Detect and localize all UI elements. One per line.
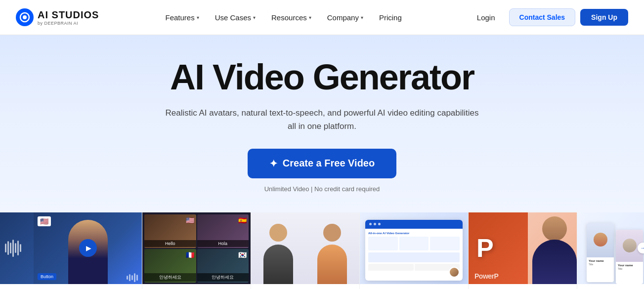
card-partial-left: ng n AIS [0,212,34,289]
tts-thumbnail: 🇺🇸 Button ▶ [34,212,142,284]
login-button[interactable]: Login [468,9,504,26]
nav-resources[interactable]: Resources ▾ [264,9,318,26]
screen-header [365,220,463,229]
chevron-down-icon: ▾ [361,15,363,20]
nav-links: Features ▾ Use Cases ▾ Resources ▾ Compa… [158,9,408,26]
dub-cell-1: 🇺🇸 Hello [144,214,196,248]
logo-icon [16,8,34,26]
screen-recorder-card-body: Screen Recorder creen Capture with You o… [360,284,468,289]
logo-sub-text: by DEEPBRAIN AI [38,21,99,26]
dubbing-card-body: AI Dubbing Translates AI Video into any … [142,284,251,289]
dub-cell-2: 🇪🇸 Hola [197,214,249,248]
partial-body: ng n AIS [0,284,34,289]
svg-point-1 [23,15,27,19]
custom-avatar-card-body: Custom Avatar Create a personal avatar i… [251,284,359,289]
create-free-video-button[interactable]: ✦ Create a Free Video [248,149,396,178]
chevron-down-icon: ▾ [197,15,199,20]
hero-note: Unlimited Video | No credit card require… [0,185,644,193]
nav-actions: Login Contact Sales Sign Up [468,8,628,26]
nav-pricing[interactable]: Pricing [372,9,409,26]
photo-avatar-thumbnail: Your name Title Your name Title → [577,212,644,284]
screen-mockup: All-in-one AI Video Generator [365,220,463,281]
dub-cell-3: 🇫🇷 안녕하세요 [144,249,196,283]
hero-title: AI Video Generator [0,59,644,96]
play-button-icon[interactable]: ▶ [79,239,97,257]
dub-cell-4: 🇰🇷 안녕하세요 [197,249,249,283]
photo-avatar-card-body: Photo Av... Turn a photo into a talking … [577,284,644,289]
card-photo-avatar[interactable]: Your name Title Your name Title → Photo … [577,212,644,289]
chevron-down-icon: ▾ [309,15,311,20]
logo[interactable]: AI STUDIOS by DEEPBRAIN AI [16,8,99,26]
logo-text: AI STUDIOS by DEEPBRAIN AI [38,9,99,26]
navbar: AI STUDIOS by DEEPBRAIN AI Features ▾ Us… [0,0,644,35]
hero-subtitle: Realistic AI avatars, natural text-to-sp… [164,106,480,133]
hero-section: AI Video Generator Realistic AI avatars,… [0,35,644,212]
card-text-to-speech[interactable]: 🇺🇸 Button ▶ Text to Speech Generate AI v… [34,212,142,289]
sparkle-icon: ✦ [269,158,278,169]
waveform-icon [0,235,26,262]
tts-card-body: Text to Speech Generate AI voiceovers wi… [34,284,142,289]
dubbing-thumbnail: 🇺🇸 Hello 🇪🇸 Hola 🇫🇷 안녕하세요 🇰🇷 안녕하세요 [142,212,251,284]
card-ai-dubbing[interactable]: 🇺🇸 Hello 🇪🇸 Hola 🇫🇷 안녕하세요 🇰🇷 안녕하세요 AI Du… [142,212,251,289]
ppt-thumbnail: P PowerP [469,212,577,284]
ppt-p-icon: P [476,233,494,263]
custom-avatar-thumbnail [251,212,359,284]
contact-sales-button[interactable]: Contact Sales [509,8,576,26]
nav-use-cases[interactable]: Use Cases ▾ [208,9,262,26]
partial-thumb [0,212,34,284]
chevron-down-icon: ▾ [253,15,256,20]
nav-features[interactable]: Features ▾ [158,9,206,26]
ppt-card-body: PPT Upload Upload your presentation slid… [469,284,577,289]
card-screen-recorder[interactable]: All-in-one AI Video Generator [360,212,469,289]
feature-cards-row: ng n AIS 🇺🇸 Button ▶ Text to [0,212,644,289]
screen-body: All-in-one AI Video Generator [365,229,463,274]
nav-company[interactable]: Company ▾ [320,9,370,26]
screen-recorder-thumbnail: All-in-one AI Video Generator [360,212,468,284]
logo-main-text: AI STUDIOS [38,9,99,21]
card-custom-avatar[interactable]: Custom Avatar Create a personal avatar i… [251,212,360,289]
card-ppt-upload[interactable]: P PowerP PPT Upload Upload your presenta… [469,212,577,289]
sign-up-button[interactable]: Sign Up [580,9,628,26]
